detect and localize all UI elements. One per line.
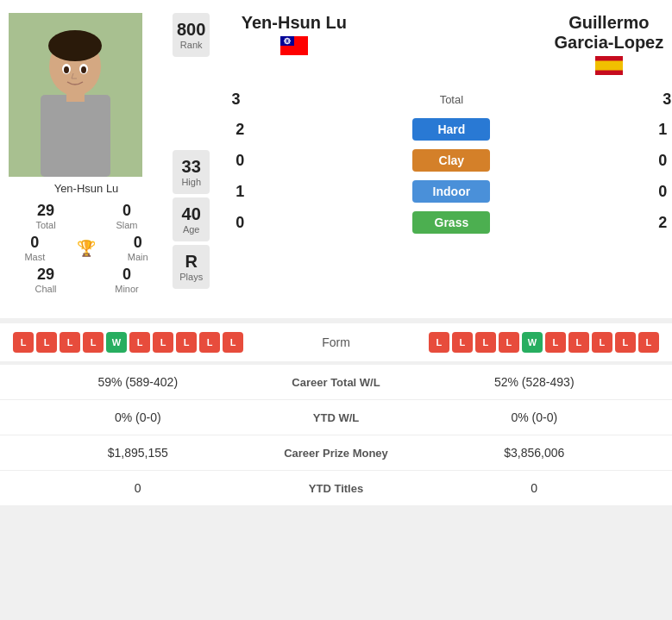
surface-rows: 2 Hard 1 0 Clay 0 1 Indoor 0 0 Grass 2 [218,114,672,238]
form-badge-right: L [545,332,566,353]
form-badge-right: W [522,332,543,353]
left-minor-label: Minor [115,284,139,294]
left-slam-cell: 0 Slam [90,202,164,230]
bottom-stat-row: 59% (589-402) Career Total W/L 52% (528-… [0,365,672,400]
bottom-stat-row: 0% (0-0) YTD W/L 0% (0-0) [0,400,672,435]
surface-right-num: 1 [654,121,671,139]
left-high-value: 33 [177,157,205,177]
bottom-stat-right: 0 [414,481,656,495]
left-trophy-icon: 🏆 [77,239,96,258]
center-area: Yen-Hsun Lu [218,13,672,305]
bottom-stat-right: 52% (528-493) [414,375,656,389]
left-total-value: 29 [37,202,54,220]
left-name-section: Yen-Hsun Lu [223,13,365,59]
surface-left-num: 1 [231,183,248,201]
left-mast-value: 0 [30,234,39,252]
right-flag-row [537,56,672,75]
surface-row-indoor: 1 Indoor 0 [218,176,672,207]
form-badge-right: L [615,332,636,353]
left-mast-label: Mast [24,252,45,262]
bottom-stat-row: 0 YTD Titles 0 [0,471,672,505]
bottom-stat-label: YTD Titles [259,482,414,495]
bottom-stat-label: YTD W/L [259,411,414,424]
svg-point-2 [48,30,102,61]
left-high-label: High [177,177,205,187]
surface-right-num: 2 [654,214,671,232]
left-rank-value: 800 [177,20,205,40]
left-middle-spacer [173,60,210,147]
left-middle-panel: 800 Rank 33 High 40 Age R Plays [168,13,214,305]
left-age-value: 40 [177,204,205,224]
form-badge-left: L [153,332,173,353]
form-badge-left: W [106,332,127,353]
left-form-badges: LLLLWLLLLL [13,332,243,353]
surface-badge-hard: Hard [412,118,490,141]
left-chall-cell: 29 Chall [9,266,83,294]
form-badge-left: L [60,332,80,353]
left-chall-label: Chall [35,284,56,294]
right-player-name-top: GuillermoGarcia-Lopez [537,13,672,53]
right-form-badges: LLLLWLLLLL [429,332,659,353]
surface-left-num: 0 [231,214,248,232]
left-flag-row [223,36,365,55]
bottom-stat-left: 0% (0-0) [17,410,259,424]
form-badge-left: L [176,332,197,353]
left-main-value: 0 [134,234,142,252]
left-player-name-top: Yen-Hsun Lu [223,13,365,33]
form-badge-left: L [36,332,57,353]
bottom-stat-left: 0 [17,481,259,495]
left-total-label: Total [35,220,55,230]
left-chall-value: 29 [37,266,54,284]
form-badge-right: L [475,332,496,353]
left-player-card: Yen-Hsun Lu 29 Total 0 Slam 0 Mast 🏆 [9,13,164,305]
surface-left-num: 0 [231,152,248,170]
surface-row-hard: 2 Hard 1 [218,114,672,145]
taiwan-flag-icon [280,36,308,55]
left-total-matchup: 3 [231,91,240,109]
bottom-stat-right: $3,856,006 [414,446,656,460]
surface-right-num: 0 [654,152,671,170]
total-matchup-row: 3 Total 3 [218,85,672,114]
left-stats-grid: 29 Total 0 Slam [9,202,164,230]
spain-flag-icon [595,56,623,75]
svg-rect-3 [41,95,110,177]
surface-row-clay: 0 Clay 0 [218,145,672,176]
left-age-label: Age [177,224,205,235]
form-badge-left: L [83,332,104,353]
surface-left-num: 2 [231,121,248,139]
form-badge-left: L [13,332,34,353]
left-main-label: Main [128,252,148,262]
left-plays-value: R [177,252,205,272]
left-minor-value: 0 [122,266,131,284]
form-badge-right: L [638,332,659,353]
form-section: LLLLWLLLLL Form LLLLWLLLLL [0,323,672,361]
left-player-photo [9,13,142,177]
left-slam-value: 0 [122,202,131,220]
left-high-box: 33 High [173,150,210,194]
surface-badge-grass: Grass [412,211,490,234]
main-container: Yen-Hsun Lu 29 Total 0 Slam 0 Mast 🏆 [0,0,672,505]
form-badge-right: L [429,332,449,353]
surface-badge-indoor: Indoor [412,180,490,203]
left-main-cell: 0 Main [128,234,148,262]
surface-right-num: 0 [654,183,671,201]
surface-row-grass: 0 Grass 2 [218,207,672,238]
top-section: Yen-Hsun Lu 29 Total 0 Slam 0 Mast 🏆 [0,0,672,318]
left-plays-box: R Plays [173,245,210,289]
left-bottom-stats-grid: 29 Chall 0 Minor [9,266,164,294]
svg-rect-4 [66,89,85,102]
total-matchup-label: Total [440,93,463,106]
left-rank-box: 800 Rank [173,13,210,57]
bottom-stat-label: Career Total W/L [259,376,414,389]
names-flags-row: Yen-Hsun Lu [218,13,672,85]
form-badge-right: L [592,332,612,353]
form-badge-left: L [223,332,243,353]
bottom-stat-label: Career Prize Money [259,447,414,460]
left-minor-cell: 0 Minor [90,266,164,294]
bottom-stat-right: 0% (0-0) [414,410,656,424]
right-name-section: GuillermoGarcia-Lopez [537,13,672,78]
left-rank-label: Rank [177,40,205,50]
left-age-box: 40 Age [173,197,210,241]
form-badge-right: L [452,332,473,353]
bottom-stats-section: 59% (589-402) Career Total W/L 52% (528-… [0,365,672,505]
